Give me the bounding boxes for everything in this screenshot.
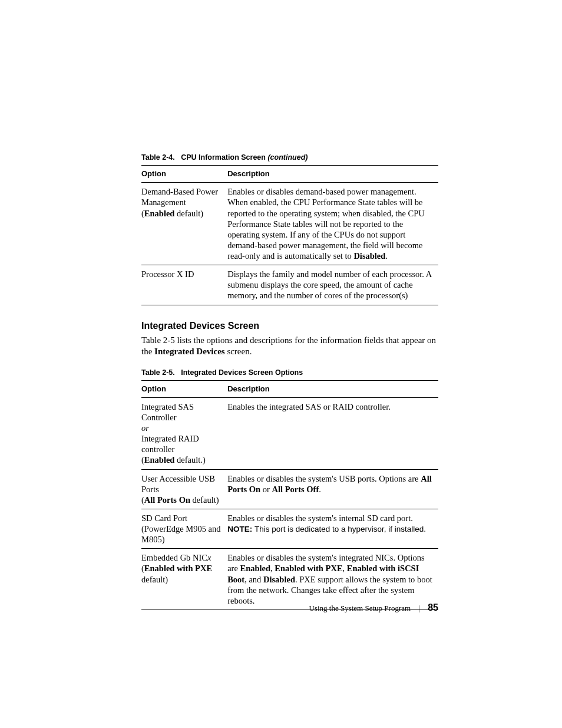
description-cell: Enables or disables the system's integra… (227, 549, 438, 610)
table-2-5-caption: Table 2-5. Integrated Devices Screen Opt… (141, 368, 438, 377)
option-cell: Processor X ID (141, 265, 227, 305)
desc-text: , and (244, 575, 263, 584)
default-value: Enabled with PXE (144, 564, 212, 573)
desc-text: . (319, 485, 321, 494)
note-label: NOTE: (227, 525, 254, 533)
description-cell: Enables or disables the system's USB por… (227, 469, 438, 509)
table-row: Demand-Based Power Management (Enabled d… (141, 183, 438, 265)
table-row: Embedded Gb NICx (Enabled with PXE defau… (141, 549, 438, 610)
desc-bold: Disabled (263, 575, 295, 584)
table-2-5: Option Description Integrated SAS Contro… (141, 380, 438, 610)
table-2-4: Option Description Demand-Based Power Ma… (141, 165, 438, 305)
caption-prefix: Table 2-5. (141, 368, 175, 377)
option-line: SD Card Port (141, 513, 187, 523)
default-value: All Ports On (144, 495, 190, 505)
description-cell: Enables or disables the system's interna… (227, 509, 438, 548)
desc-bold: All Ports Off (272, 485, 319, 494)
option-line: User Accessible USB Ports (141, 474, 215, 494)
page-number: 85 (428, 602, 438, 612)
desc-text: or (260, 485, 272, 494)
option-text: Demand-Based Power Management (141, 187, 218, 207)
table-row: Integrated SAS Controller or Integrated … (141, 397, 438, 469)
note-text: This port is dedicated to a hypervisor, … (254, 525, 426, 533)
description-cell: Enables the integrated SAS or RAID contr… (227, 397, 438, 469)
table-2-4-caption: Table 2-4. CPU Information Screen (conti… (141, 153, 438, 162)
option-cell: User Accessible USB Ports (All Ports On … (141, 469, 227, 509)
section-heading: Integrated Devices Screen (141, 321, 438, 331)
default-close: default) (190, 495, 219, 505)
option-line: Embedded Gb NIC (141, 553, 207, 562)
option-var: x (207, 553, 211, 562)
table-row: Processor X ID Displays the family and m… (141, 265, 438, 305)
para-bold: Integrated Devices (154, 347, 225, 356)
option-cell: Integrated SAS Controller or Integrated … (141, 397, 227, 469)
page-footer: Using the System Setup Program | 85 (309, 602, 438, 613)
caption-prefix: Table 2-4. (141, 153, 175, 162)
option-cell: Demand-Based Power Management (Enabled d… (141, 183, 227, 265)
footer-text: Using the System Setup Program (309, 604, 411, 612)
col-description: Description (227, 166, 438, 183)
table-row: SD Card Port (PowerEdge M905 and M805) E… (141, 509, 438, 548)
default-close: default) (141, 575, 168, 584)
default-value: Enabled (144, 209, 175, 218)
option-line: Integrated SAS Controller (141, 402, 194, 422)
col-option: Option (141, 166, 227, 183)
desc-tail: . (385, 251, 388, 261)
desc-bold: Enabled (240, 564, 270, 573)
table-row: User Accessible USB Ports (All Ports On … (141, 469, 438, 509)
desc-text: Enables or disables the system's USB por… (227, 474, 421, 483)
desc-bold: Disabled (353, 251, 385, 261)
default-close: default.) (174, 455, 205, 465)
caption-suffix: (continued) (267, 153, 308, 162)
option-cell: Embedded Gb NICx (Enabled with PXE defau… (141, 549, 227, 610)
col-description: Description (227, 380, 438, 397)
option-line: (PowerEdge M905 and M805) (141, 524, 221, 544)
col-option: Option (141, 380, 227, 397)
caption-title: CPU Information Screen (181, 153, 267, 162)
desc-text: Enables or disables demand-based power m… (227, 187, 425, 261)
para-text-c: screen. (225, 347, 252, 356)
default-close: default) (174, 209, 203, 218)
default-value: Enabled (144, 455, 175, 465)
desc-bold: Enabled with PXE (275, 564, 342, 573)
footer-separator: | (418, 604, 420, 612)
description-cell: Displays the family and model number of … (227, 265, 438, 305)
option-cell: SD Card Port (PowerEdge M905 and M805) (141, 509, 227, 548)
caption-title: Integrated Devices Screen Options (181, 368, 303, 377)
description-cell: Enables or disables demand-based power m… (227, 183, 438, 265)
desc-text: Enables or disables the system's interna… (227, 513, 413, 523)
option-line: Integrated RAID controller (141, 434, 199, 454)
desc-text: , (343, 564, 347, 573)
section-paragraph: Table 2-5 lists the options and descript… (141, 335, 438, 358)
option-or: or (141, 423, 149, 433)
